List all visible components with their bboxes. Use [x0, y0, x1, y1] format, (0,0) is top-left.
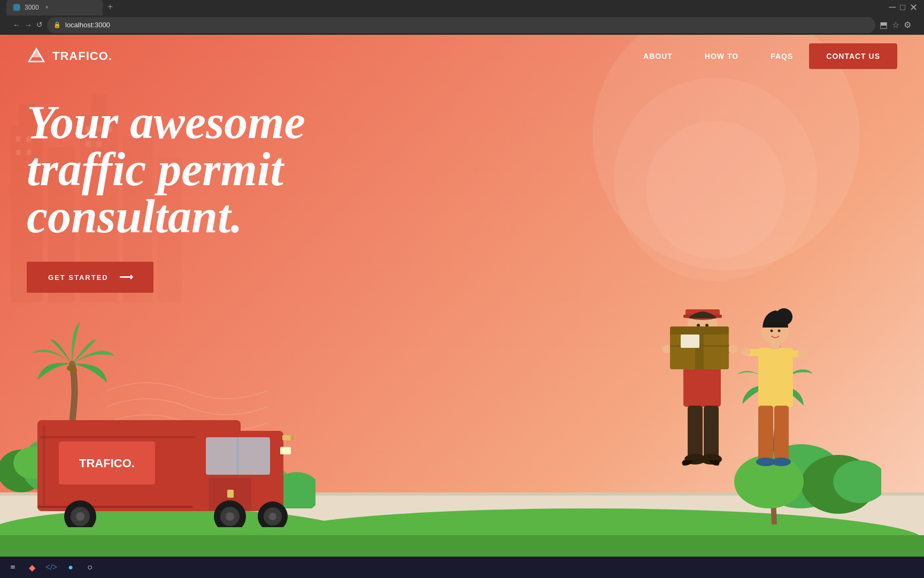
- window-close-btn[interactable]: ✕: [910, 2, 918, 13]
- svg-point-74: [772, 458, 791, 466]
- hero-title-line3: consultant.: [27, 191, 242, 242]
- svg-point-27: [67, 366, 72, 371]
- nav-about[interactable]: ABOUT: [643, 52, 673, 60]
- reload-btn[interactable]: ↺: [36, 20, 43, 29]
- svg-point-70: [798, 350, 806, 358]
- tab-close-btn[interactable]: ×: [43, 4, 51, 11]
- taskbar-vscode[interactable]: </>: [43, 559, 60, 576]
- lock-icon: 🔒: [53, 21, 61, 28]
- hero-title: Your awesome traffic permit consultant.: [27, 99, 305, 240]
- svg-point-68: [741, 348, 751, 356]
- taskbar-terminal[interactable]: ○: [81, 559, 98, 576]
- svg-rect-57: [688, 406, 703, 459]
- window-minimize-btn[interactable]: ─: [889, 2, 896, 13]
- svg-point-91: [269, 513, 276, 520]
- get-started-button[interactable]: GET STARTED ⟶: [27, 262, 153, 293]
- extensions-btn[interactable]: ⚙: [904, 20, 911, 30]
- svg-point-28: [73, 368, 77, 372]
- address-bar-row: ← → ↺ 🔒 localhost:3000 ⬒ ☆ ⚙: [6, 17, 918, 37]
- contact-us-button[interactable]: CONTACT US: [809, 43, 897, 69]
- hero-content: Your awesome traffic permit consultant. …: [27, 99, 305, 293]
- svg-rect-9: [16, 150, 20, 155]
- taskbar-start[interactable]: ≡: [4, 559, 21, 576]
- logo-text: TRAFICO.: [52, 49, 112, 63]
- bookmark-btn[interactable]: ☆: [892, 20, 899, 30]
- hero-title-line1: Your awesome: [27, 96, 305, 148]
- svg-rect-25: [0, 535, 924, 557]
- svg-marker-21: [31, 49, 42, 57]
- svg-rect-58: [704, 406, 719, 459]
- svg-rect-94: [282, 435, 291, 440]
- nav-howto[interactable]: HOW TO: [705, 52, 738, 60]
- taskbar-chrome[interactable]: ●: [62, 559, 79, 576]
- arrow-right-icon: ⟶: [119, 271, 132, 283]
- forward-btn[interactable]: →: [25, 21, 32, 29]
- tab-title: 3000: [25, 4, 39, 11]
- svg-point-88: [226, 512, 234, 521]
- svg-rect-18: [513, 153, 540, 302]
- main-illustration: [614, 193, 881, 524]
- delivery-truck: TRAFICO.: [27, 388, 315, 527]
- svg-rect-80: [227, 490, 234, 498]
- window-restore-btn[interactable]: □: [900, 3, 905, 12]
- svg-text:TRAFICO.: TRAFICO.: [79, 457, 135, 470]
- svg-point-66: [778, 330, 781, 332]
- nav-faqs[interactable]: FAQS: [771, 52, 793, 60]
- logo[interactable]: TRAFICO.: [27, 47, 112, 66]
- url-text: localhost:3000: [65, 21, 110, 29]
- hero-title-line2: traffic permit: [27, 143, 283, 195]
- svg-rect-92: [40, 436, 195, 438]
- svg-rect-16: [428, 142, 471, 302]
- svg-rect-7: [16, 136, 20, 142]
- svg-point-64: [775, 308, 792, 325]
- address-bar[interactable]: 🔒 localhost:3000: [47, 17, 875, 33]
- get-started-label: GET STARTED: [48, 273, 109, 282]
- svg-rect-61: [758, 348, 793, 407]
- svg-rect-71: [758, 406, 773, 462]
- back-btn[interactable]: ←: [13, 21, 20, 29]
- svg-rect-95: [291, 436, 293, 440]
- svg-rect-17: [476, 115, 508, 302]
- svg-rect-93: [280, 447, 291, 454]
- svg-point-65: [771, 330, 773, 332]
- svg-rect-56: [681, 334, 699, 348]
- share-btn[interactable]: ⬒: [880, 20, 888, 30]
- taskbar: ≡ ◆ </> ● ○: [0, 557, 924, 578]
- svg-point-85: [76, 512, 84, 521]
- browser-chrome: 🌐 3000 × + ─ □ ✕ ← → ↺ 🔒 localhost:3000 …: [0, 0, 924, 35]
- nav-links: ABOUT HOW TO FAQS: [643, 52, 793, 60]
- website-content: TRAFICO. ABOUT HOW TO FAQS CONTACT US Yo…: [0, 35, 924, 578]
- tab-bar: 🌐 3000 × + ─ □ ✕: [6, 0, 918, 17]
- logo-icon: [27, 47, 46, 66]
- svg-rect-78: [237, 437, 238, 475]
- svg-rect-72: [774, 406, 789, 462]
- taskbar-figma[interactable]: ◆: [24, 559, 41, 576]
- new-tab-btn[interactable]: +: [103, 0, 118, 15]
- svg-rect-19: [545, 131, 583, 302]
- active-tab[interactable]: 🌐 3000 ×: [6, 0, 103, 16]
- navbar: TRAFICO. ABOUT HOW TO FAQS CONTACT US: [0, 35, 924, 78]
- svg-rect-82: [37, 506, 192, 508]
